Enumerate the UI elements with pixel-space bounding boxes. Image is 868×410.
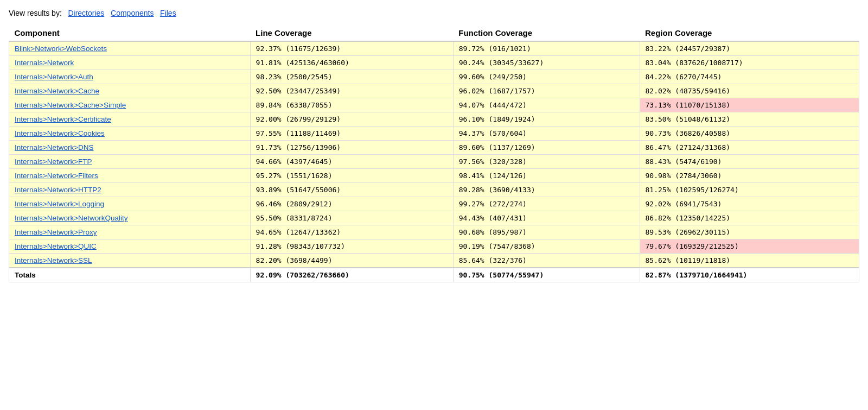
cell-component: Internals>Network>DNS (9, 141, 251, 155)
cell-function-coverage: 96.02% (1687/1757) (453, 84, 640, 98)
components-link[interactable]: Components (111, 9, 154, 17)
totals-region-coverage: 82.87% (1379710/1664941) (640, 268, 859, 282)
coverage-table: Component Line Coverage Function Coverag… (9, 25, 859, 282)
table-row: Internals>Network>Cache92.50% (23447/253… (9, 84, 859, 98)
cell-line-coverage: 97.55% (11188/11469) (250, 127, 453, 141)
component-link[interactable]: Internals>Network>FTP (15, 157, 92, 166)
cell-function-coverage: 99.27% (272/274) (453, 197, 640, 211)
component-link[interactable]: Internals>Network>Cache (15, 87, 99, 95)
view-results-label: View results by: (9, 9, 62, 17)
cell-function-coverage: 90.19% (7547/8368) (453, 239, 640, 254)
cell-function-coverage: 96.10% (1849/1924) (453, 112, 640, 127)
component-link[interactable]: Internals>Network>DNS (15, 143, 94, 152)
cell-region-coverage: 90.73% (36826/40588) (640, 127, 859, 141)
cell-function-coverage: 97.56% (320/328) (453, 155, 640, 169)
cell-region-coverage: 90.98% (2784/3060) (640, 169, 859, 183)
component-link[interactable]: Internals>Network>Auth (15, 73, 93, 81)
cell-component: Blink>Network>WebSockets (9, 41, 251, 56)
cell-component: Internals>Network>Auth (9, 70, 251, 84)
cell-component: Internals>Network>Logging (9, 197, 251, 211)
cell-function-coverage: 85.64% (322/376) (453, 254, 640, 268)
table-row: Blink>Network>WebSockets92.37% (11675/12… (9, 41, 859, 56)
cell-region-coverage: 81.25% (102595/126274) (640, 183, 859, 197)
cell-region-coverage: 92.02% (6941/7543) (640, 197, 859, 211)
cell-line-coverage: 93.89% (51647/55006) (250, 183, 453, 197)
table-row: Internals>Network>NetworkQuality95.50% (… (9, 211, 859, 225)
table-row: Internals>Network91.81% (425136/463060)9… (9, 56, 859, 70)
cell-region-coverage: 83.04% (837626/1008717) (640, 56, 859, 70)
table-row: Internals>Network>Cookies97.55% (11188/1… (9, 127, 859, 141)
cell-function-coverage: 89.72% (916/1021) (453, 41, 640, 56)
cell-line-coverage: 91.73% (12756/13906) (250, 141, 453, 155)
cell-region-coverage: 86.82% (12350/14225) (640, 211, 859, 225)
cell-line-coverage: 95.27% (1551/1628) (250, 169, 453, 183)
component-link[interactable]: Internals>Network>Cookies (15, 129, 105, 137)
cell-region-coverage: 85.62% (10119/11818) (640, 254, 859, 268)
cell-line-coverage: 89.84% (6338/7055) (250, 98, 453, 112)
table-row: Internals>Network>Certificate92.00% (267… (9, 112, 859, 127)
cell-component: Internals>Network>NetworkQuality (9, 211, 251, 225)
cell-line-coverage: 92.37% (11675/12639) (250, 41, 453, 56)
cell-region-coverage: 73.13% (11070/15138) (640, 98, 859, 112)
header-function-coverage: Function Coverage (453, 25, 640, 41)
totals-line-coverage: 92.09% (703262/763660) (250, 268, 453, 282)
component-link[interactable]: Internals>Network>Certificate (15, 115, 111, 123)
table-row: Internals>Network>SSL82.20% (3698/4499)8… (9, 254, 859, 268)
cell-region-coverage: 79.67% (169329/212525) (640, 239, 859, 254)
table-row: Internals>Network>Auth98.23% (2500/2545)… (9, 70, 859, 84)
cell-region-coverage: 83.22% (24457/29387) (640, 41, 859, 56)
cell-line-coverage: 95.50% (8331/8724) (250, 211, 453, 225)
cell-line-coverage: 91.28% (98343/107732) (250, 239, 453, 254)
component-link[interactable]: Internals>Network>Cache>Simple (15, 101, 126, 109)
header-region-coverage: Region Coverage (640, 25, 859, 41)
cell-line-coverage: 94.66% (4397/4645) (250, 155, 453, 169)
cell-component: Internals>Network>FTP (9, 155, 251, 169)
cell-function-coverage: 90.68% (895/987) (453, 225, 640, 239)
header-line-coverage: Line Coverage (250, 25, 453, 41)
component-link[interactable]: Internals>Network>QUIC (15, 242, 97, 250)
cell-line-coverage: 94.65% (12647/13362) (250, 225, 453, 239)
files-link[interactable]: Files (160, 9, 176, 17)
cell-line-coverage: 96.46% (2809/2912) (250, 197, 453, 211)
cell-region-coverage: 82.02% (48735/59416) (640, 84, 859, 98)
cell-component: Internals>Network>QUIC (9, 239, 251, 254)
cell-function-coverage: 89.60% (1137/1269) (453, 141, 640, 155)
component-link[interactable]: Internals>Network>Logging (15, 200, 104, 208)
totals-row: Totals92.09% (703262/763660)90.75% (5077… (9, 268, 859, 282)
table-row: Internals>Network>Proxy94.65% (12647/133… (9, 225, 859, 239)
cell-function-coverage: 89.28% (3690/4133) (453, 183, 640, 197)
component-link[interactable]: Blink>Network>WebSockets (15, 45, 107, 53)
cell-component: Internals>Network>Filters (9, 169, 251, 183)
cell-component: Internals>Network (9, 56, 251, 70)
cell-line-coverage: 82.20% (3698/4499) (250, 254, 453, 268)
cell-function-coverage: 94.07% (444/472) (453, 98, 640, 112)
cell-component: Internals>Network>HTTP2 (9, 183, 251, 197)
cell-region-coverage: 86.47% (27124/31368) (640, 141, 859, 155)
table-row: Internals>Network>Logging96.46% (2809/29… (9, 197, 859, 211)
component-link[interactable]: Internals>Network>NetworkQuality (15, 214, 128, 222)
component-link[interactable]: Internals>Network>Filters (15, 172, 98, 180)
table-row: Internals>Network>Cache>Simple89.84% (63… (9, 98, 859, 112)
totals-function-coverage: 90.75% (50774/55947) (453, 268, 640, 282)
table-row: Internals>Network>HTTP293.89% (51647/550… (9, 183, 859, 197)
cell-region-coverage: 88.43% (5474/6190) (640, 155, 859, 169)
cell-line-coverage: 92.50% (23447/25349) (250, 84, 453, 98)
cell-component: Internals>Network>Proxy (9, 225, 251, 239)
cell-line-coverage: 98.23% (2500/2545) (250, 70, 453, 84)
component-link[interactable]: Internals>Network>Proxy (15, 228, 97, 236)
directories-link[interactable]: Directories (68, 9, 104, 17)
cell-component: Internals>Network>SSL (9, 254, 251, 268)
component-link[interactable]: Internals>Network>SSL (15, 256, 92, 264)
table-row: Internals>Network>FTP94.66% (4397/4645)9… (9, 155, 859, 169)
table-header-row: Component Line Coverage Function Coverag… (9, 25, 859, 41)
component-link[interactable]: Internals>Network>HTTP2 (15, 186, 101, 194)
cell-function-coverage: 98.41% (124/126) (453, 169, 640, 183)
header-component: Component (9, 25, 251, 41)
view-results-bar: View results by: Directories Components … (9, 9, 859, 17)
cell-function-coverage: 90.24% (30345/33627) (453, 56, 640, 70)
table-row: Internals>Network>DNS91.73% (12756/13906… (9, 141, 859, 155)
cell-region-coverage: 89.53% (26962/30115) (640, 225, 859, 239)
cell-function-coverage: 99.60% (249/250) (453, 70, 640, 84)
cell-component: Internals>Network>Cookies (9, 127, 251, 141)
component-link[interactable]: Internals>Network (15, 59, 74, 67)
